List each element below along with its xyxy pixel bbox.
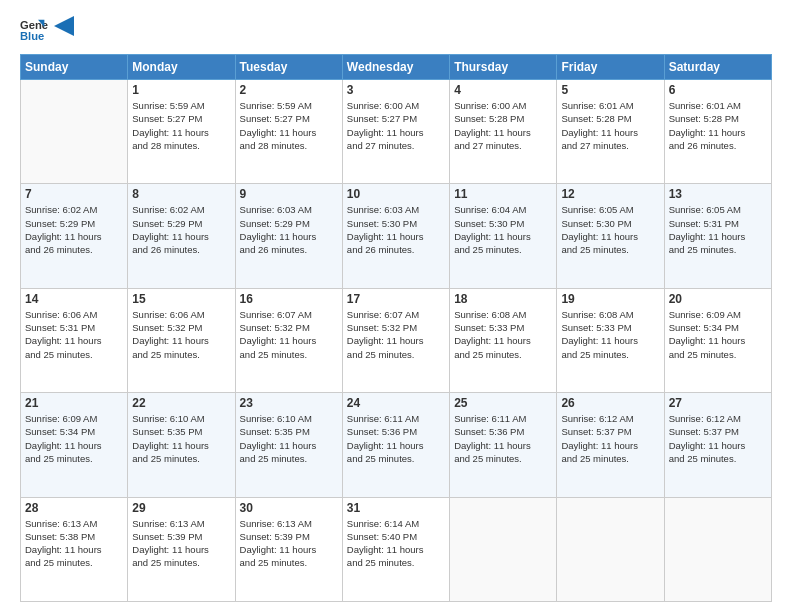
day-info: Sunrise: 5:59 AMSunset: 5:27 PMDaylight:… — [132, 99, 230, 152]
day-info: Sunrise: 6:10 AMSunset: 5:35 PMDaylight:… — [132, 412, 230, 465]
table-cell: 15Sunrise: 6:06 AMSunset: 5:32 PMDayligh… — [128, 288, 235, 392]
table-cell: 9Sunrise: 6:03 AMSunset: 5:29 PMDaylight… — [235, 184, 342, 288]
table-cell: 12Sunrise: 6:05 AMSunset: 5:30 PMDayligh… — [557, 184, 664, 288]
day-info: Sunrise: 6:05 AMSunset: 5:31 PMDaylight:… — [669, 203, 767, 256]
day-info: Sunrise: 6:03 AMSunset: 5:29 PMDaylight:… — [240, 203, 338, 256]
table-cell — [557, 497, 664, 601]
day-info: Sunrise: 6:09 AMSunset: 5:34 PMDaylight:… — [25, 412, 123, 465]
table-cell: 21Sunrise: 6:09 AMSunset: 5:34 PMDayligh… — [21, 393, 128, 497]
table-cell: 13Sunrise: 6:05 AMSunset: 5:31 PMDayligh… — [664, 184, 771, 288]
table-cell: 22Sunrise: 6:10 AMSunset: 5:35 PMDayligh… — [128, 393, 235, 497]
day-number: 17 — [347, 292, 445, 306]
day-info: Sunrise: 6:02 AMSunset: 5:29 PMDaylight:… — [25, 203, 123, 256]
day-info: Sunrise: 6:08 AMSunset: 5:33 PMDaylight:… — [561, 308, 659, 361]
table-cell: 2Sunrise: 5:59 AMSunset: 5:27 PMDaylight… — [235, 80, 342, 184]
table-cell: 30Sunrise: 6:13 AMSunset: 5:39 PMDayligh… — [235, 497, 342, 601]
day-number: 31 — [347, 501, 445, 515]
day-info: Sunrise: 6:01 AMSunset: 5:28 PMDaylight:… — [669, 99, 767, 152]
table-cell — [21, 80, 128, 184]
day-info: Sunrise: 6:00 AMSunset: 5:27 PMDaylight:… — [347, 99, 445, 152]
svg-text:Blue: Blue — [20, 30, 44, 42]
day-number: 25 — [454, 396, 552, 410]
table-cell: 3Sunrise: 6:00 AMSunset: 5:27 PMDaylight… — [342, 80, 449, 184]
table-cell: 24Sunrise: 6:11 AMSunset: 5:36 PMDayligh… — [342, 393, 449, 497]
table-cell: 31Sunrise: 6:14 AMSunset: 5:40 PMDayligh… — [342, 497, 449, 601]
day-number: 21 — [25, 396, 123, 410]
day-number: 3 — [347, 83, 445, 97]
table-cell: 19Sunrise: 6:08 AMSunset: 5:33 PMDayligh… — [557, 288, 664, 392]
day-number: 10 — [347, 187, 445, 201]
header-monday: Monday — [128, 55, 235, 80]
day-number: 24 — [347, 396, 445, 410]
header-saturday: Saturday — [664, 55, 771, 80]
day-number: 4 — [454, 83, 552, 97]
calendar-header-row: Sunday Monday Tuesday Wednesday Thursday… — [21, 55, 772, 80]
day-info: Sunrise: 6:07 AMSunset: 5:32 PMDaylight:… — [240, 308, 338, 361]
day-info: Sunrise: 6:07 AMSunset: 5:32 PMDaylight:… — [347, 308, 445, 361]
day-number: 9 — [240, 187, 338, 201]
day-info: Sunrise: 6:04 AMSunset: 5:30 PMDaylight:… — [454, 203, 552, 256]
header: General Blue — [20, 16, 772, 44]
day-number: 23 — [240, 396, 338, 410]
table-cell: 10Sunrise: 6:03 AMSunset: 5:30 PMDayligh… — [342, 184, 449, 288]
day-info: Sunrise: 6:05 AMSunset: 5:30 PMDaylight:… — [561, 203, 659, 256]
header-friday: Friday — [557, 55, 664, 80]
day-number: 26 — [561, 396, 659, 410]
day-number: 6 — [669, 83, 767, 97]
logo-arrow-icon — [54, 16, 74, 36]
day-info: Sunrise: 6:06 AMSunset: 5:32 PMDaylight:… — [132, 308, 230, 361]
day-info: Sunrise: 6:11 AMSunset: 5:36 PMDaylight:… — [347, 412, 445, 465]
day-info: Sunrise: 5:59 AMSunset: 5:27 PMDaylight:… — [240, 99, 338, 152]
day-number: 28 — [25, 501, 123, 515]
table-cell: 14Sunrise: 6:06 AMSunset: 5:31 PMDayligh… — [21, 288, 128, 392]
table-cell: 8Sunrise: 6:02 AMSunset: 5:29 PMDaylight… — [128, 184, 235, 288]
day-info: Sunrise: 6:03 AMSunset: 5:30 PMDaylight:… — [347, 203, 445, 256]
day-number: 18 — [454, 292, 552, 306]
day-info: Sunrise: 6:02 AMSunset: 5:29 PMDaylight:… — [132, 203, 230, 256]
table-cell: 17Sunrise: 6:07 AMSunset: 5:32 PMDayligh… — [342, 288, 449, 392]
day-number: 13 — [669, 187, 767, 201]
header-tuesday: Tuesday — [235, 55, 342, 80]
day-number: 15 — [132, 292, 230, 306]
day-info: Sunrise: 6:09 AMSunset: 5:34 PMDaylight:… — [669, 308, 767, 361]
day-info: Sunrise: 6:13 AMSunset: 5:39 PMDaylight:… — [240, 517, 338, 570]
day-number: 8 — [132, 187, 230, 201]
day-number: 14 — [25, 292, 123, 306]
table-cell: 7Sunrise: 6:02 AMSunset: 5:29 PMDaylight… — [21, 184, 128, 288]
table-cell: 23Sunrise: 6:10 AMSunset: 5:35 PMDayligh… — [235, 393, 342, 497]
day-number: 20 — [669, 292, 767, 306]
table-cell — [664, 497, 771, 601]
day-number: 2 — [240, 83, 338, 97]
day-number: 12 — [561, 187, 659, 201]
day-number: 22 — [132, 396, 230, 410]
day-info: Sunrise: 6:06 AMSunset: 5:31 PMDaylight:… — [25, 308, 123, 361]
table-cell: 1Sunrise: 5:59 AMSunset: 5:27 PMDaylight… — [128, 80, 235, 184]
day-info: Sunrise: 6:12 AMSunset: 5:37 PMDaylight:… — [561, 412, 659, 465]
table-cell — [450, 497, 557, 601]
table-cell: 16Sunrise: 6:07 AMSunset: 5:32 PMDayligh… — [235, 288, 342, 392]
day-number: 19 — [561, 292, 659, 306]
day-info: Sunrise: 6:11 AMSunset: 5:36 PMDaylight:… — [454, 412, 552, 465]
day-info: Sunrise: 6:13 AMSunset: 5:39 PMDaylight:… — [132, 517, 230, 570]
page: General Blue Sunday Monday Tuesday Wedne… — [0, 0, 792, 612]
day-info: Sunrise: 6:01 AMSunset: 5:28 PMDaylight:… — [561, 99, 659, 152]
calendar-table: Sunday Monday Tuesday Wednesday Thursday… — [20, 54, 772, 602]
day-number: 16 — [240, 292, 338, 306]
table-cell: 26Sunrise: 6:12 AMSunset: 5:37 PMDayligh… — [557, 393, 664, 497]
header-thursday: Thursday — [450, 55, 557, 80]
table-cell: 18Sunrise: 6:08 AMSunset: 5:33 PMDayligh… — [450, 288, 557, 392]
day-number: 5 — [561, 83, 659, 97]
day-number: 30 — [240, 501, 338, 515]
table-cell: 28Sunrise: 6:13 AMSunset: 5:38 PMDayligh… — [21, 497, 128, 601]
svg-marker-3 — [54, 16, 74, 36]
day-number: 11 — [454, 187, 552, 201]
day-number: 7 — [25, 187, 123, 201]
day-info: Sunrise: 6:00 AMSunset: 5:28 PMDaylight:… — [454, 99, 552, 152]
table-cell: 29Sunrise: 6:13 AMSunset: 5:39 PMDayligh… — [128, 497, 235, 601]
day-info: Sunrise: 6:10 AMSunset: 5:35 PMDaylight:… — [240, 412, 338, 465]
logo: General Blue — [20, 16, 74, 44]
logo-icon: General Blue — [20, 16, 48, 44]
day-info: Sunrise: 6:13 AMSunset: 5:38 PMDaylight:… — [25, 517, 123, 570]
table-cell: 11Sunrise: 6:04 AMSunset: 5:30 PMDayligh… — [450, 184, 557, 288]
table-cell: 5Sunrise: 6:01 AMSunset: 5:28 PMDaylight… — [557, 80, 664, 184]
